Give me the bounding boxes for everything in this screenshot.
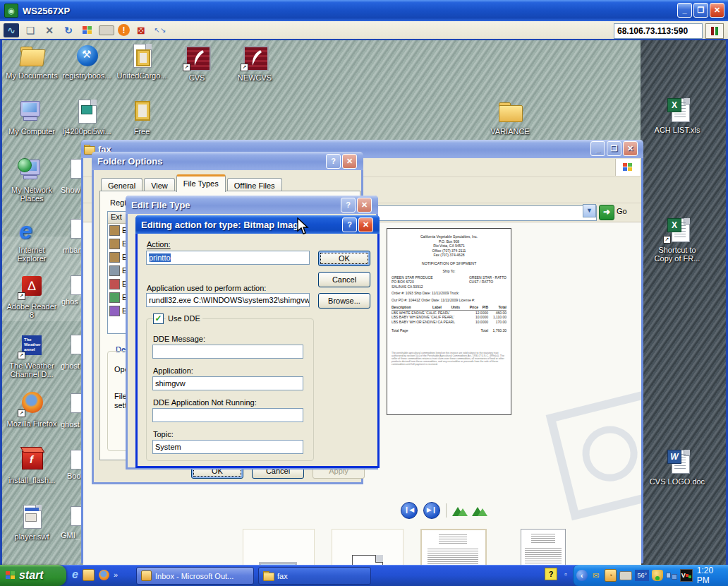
help-button[interactable]: ? [342, 217, 357, 232]
folder-options-titlebar[interactable]: Folder Options [92, 152, 363, 170]
go-button[interactable]: ➜ [599, 205, 614, 220]
vnc-window-title: WS2567XP [23, 6, 70, 16]
partial-label[interactable]: GMI_ [61, 531, 82, 539]
desktop-icon-adobe-reader[interactable]: ∆↗ Adobe Reader 8 [4, 273, 60, 319]
shield-tray-icon[interactable] [652, 570, 663, 581]
minimize-button[interactable]: _ [677, 3, 692, 18]
folder-options-tabs: General View File Types Offline Files [101, 174, 284, 192]
ok-button[interactable]: OK [318, 251, 370, 266]
file-cell-faxvbs[interactable]: § [332, 529, 404, 566]
fullscreen-icon[interactable]: ↖↘ [152, 23, 168, 37]
file-transfer-icon[interactable]: ❏ [23, 23, 38, 37]
cancel-button[interactable]: Cancel [318, 272, 370, 287]
desktop-icon-my-computer[interactable]: My Computer [4, 98, 60, 136]
tab-view[interactable]: View [144, 178, 175, 192]
desktop-icon-cvs[interactable]: ↗ CVS [169, 44, 225, 82]
shortcut-arrow: ↗ [18, 292, 25, 300]
topic-label: Topic: [153, 430, 174, 438]
tab-general[interactable]: General [101, 178, 142, 192]
alert-icon[interactable]: ! [118, 24, 130, 36]
help-button[interactable]: ? [326, 154, 341, 169]
start-button[interactable]: start [0, 565, 66, 586]
maximize-button[interactable]: ❐ [607, 141, 621, 156]
tab-file-types[interactable]: File Types [176, 174, 226, 192]
file-cell-passing-bmp[interactable] [420, 529, 487, 566]
dde-message-input[interactable] [152, 345, 303, 359]
desktop-icon-player-swf[interactable]: player.swf [4, 503, 60, 541]
desktop-icon-my-network-places[interactable]: My Network Places [4, 157, 60, 203]
desktop-icon-internet-explorer[interactable]: e Internet Explorer [4, 217, 60, 263]
ctrl-alt-del-icon[interactable] [80, 23, 95, 37]
wrench-sphere-icon [71, 42, 102, 69]
editing-action-title: Editing action for type: Bitmap Image [141, 220, 303, 230]
mail-tray-icon[interactable]: ✉ [590, 570, 602, 581]
minimize-button[interactable]: _ [590, 141, 605, 156]
desktop-icon-lj4200[interactable]: lj4200pcl5wi... [59, 98, 115, 136]
partial-label[interactable]: ghost [61, 361, 82, 370]
desktop-icon-install-flash[interactable]: install_flash... [4, 447, 60, 484]
desktop-icon-registrybooster[interactable]: registryboos... [59, 42, 115, 80]
desktop-icon-my-documents[interactable]: My Documents [4, 42, 60, 80]
close-button[interactable]: ✕ [358, 217, 373, 232]
printer-tray-icon[interactable] [619, 571, 632, 580]
close-button[interactable]: ✕ [342, 154, 357, 169]
application-used-input[interactable]: rundll32.exe C:\WINDOWS\system32\shimgvw [146, 293, 310, 307]
quicklaunch-overflow-chevron[interactable]: » [114, 570, 118, 579]
maximize-button[interactable]: ❐ [693, 3, 708, 18]
vnc-tray-icon[interactable]: V [680, 569, 693, 582]
desktop-icon-firefox[interactable]: ↗ Mozilla Firefox [4, 390, 60, 428]
close-button[interactable]: ✕ [623, 141, 638, 156]
rotate-clockwise-icon[interactable] [472, 505, 486, 516]
tools-icon[interactable]: ✕ [42, 23, 57, 37]
refresh-icon[interactable]: ↻ [61, 23, 76, 37]
weather-temp-tray-icon[interactable]: 56° [635, 570, 649, 581]
desktop-icon-unitedcargo[interactable]: UnitedCargo... [114, 42, 170, 80]
status-monitor-icon[interactable]: ∿ [4, 23, 19, 37]
disconnect-icon[interactable]: ⊠ [133, 23, 149, 37]
use-dde-checkbox[interactable]: ✓ [153, 313, 164, 324]
outlook-tray-icon[interactable]: ◔ [605, 569, 617, 582]
close-button[interactable]: ✕ [710, 3, 724, 18]
desktop-icon-free[interactable]: Free [114, 98, 170, 136]
vnc-titlebar[interactable]: ◉ WS2567XP _ ❐ ✕ [0, 0, 728, 21]
close-button[interactable]: ✕ [357, 198, 372, 213]
desktop-icon-cvs-logo-doc[interactable]: W CVS LOGO.doc [649, 448, 705, 486]
outlook-quicklaunch-icon[interactable] [83, 569, 95, 581]
dde-not-running-input[interactable] [152, 408, 303, 422]
address-dropdown-button[interactable]: ▼ [583, 204, 596, 217]
ie-quicklaunch-icon[interactable]: e [72, 568, 78, 581]
action-input[interactable]: printto [146, 251, 310, 265]
partial-label[interactable]: ghos [61, 297, 83, 306]
desktop-icon-ach-list[interactable]: X ACH LIST.xls [649, 97, 705, 134]
previous-image-button[interactable]: ❙◀ [401, 502, 418, 519]
partial-label[interactable]: ghost [61, 420, 82, 429]
clock[interactable]: 1:20 PM [697, 566, 728, 585]
display-tray-icon[interactable]: ▫ [560, 568, 571, 580]
help-button[interactable]: ? [341, 198, 356, 213]
next-image-button[interactable]: ▶❙ [423, 502, 440, 519]
partial-label[interactable]: Show [61, 186, 82, 194]
file-cell-passing-pdf[interactable] [521, 529, 566, 566]
desktop-icon-variance[interactable]: VARIANCE [482, 98, 538, 136]
firefox-quicklaunch-icon[interactable] [99, 570, 109, 580]
quick-launch: e » [72, 568, 118, 581]
file-cell-confsale[interactable] [243, 529, 315, 566]
keyboard-icon[interactable] [99, 25, 114, 35]
browse-button[interactable]: Browse... [318, 293, 370, 309]
fax-preview-page[interactable]: California Vegetable Specialties, Inc. P… [387, 228, 511, 415]
rotate-counterclockwise-icon[interactable] [452, 505, 466, 516]
desktop-icon-weather-channel[interactable]: TheWeatherannel↗ The Weather Channel D..… [4, 333, 60, 378]
application-input[interactable]: shimgvw [152, 376, 303, 390]
tab-offline-files[interactable]: Offline Files [227, 178, 282, 192]
vnc-ip-field[interactable]: 68.106.73.113:590 [614, 23, 703, 39]
help-tray-icon[interactable]: ? [545, 568, 557, 580]
desktop-icon-newcvs[interactable]: ↗ NEWCVS [226, 44, 283, 82]
network-tray-icon[interactable] [666, 570, 677, 581]
hide-icons-chevron[interactable]: ‹ [576, 570, 588, 581]
go-label[interactable]: Go [617, 207, 627, 215]
desktop-icon-shortcut-copy-fr[interactable]: X↗ Shortcut to Copy of FR... [649, 217, 705, 263]
topic-input[interactable]: System [152, 440, 303, 454]
preview-fine-print: The perishable agricultural commodities … [392, 352, 506, 366]
taskbar-button-inbox[interactable]: Inbox - Microsoft Out... [136, 567, 254, 585]
taskbar-button-fax[interactable]: fax [258, 567, 371, 585]
